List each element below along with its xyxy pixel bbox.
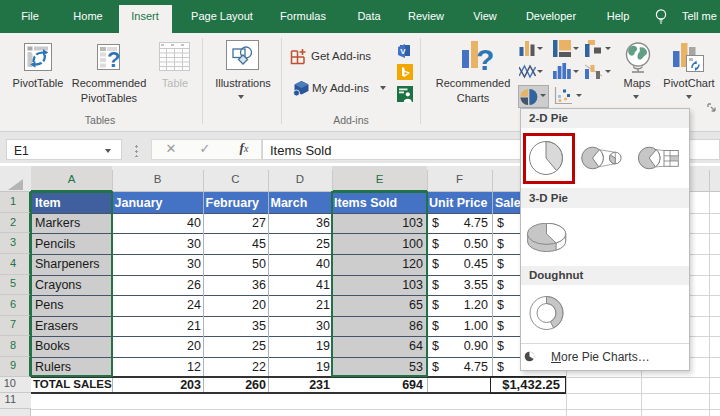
svg-text:V: V: [400, 47, 406, 56]
svg-text:?: ?: [476, 43, 493, 73]
svg-text:?: ?: [107, 47, 120, 70]
